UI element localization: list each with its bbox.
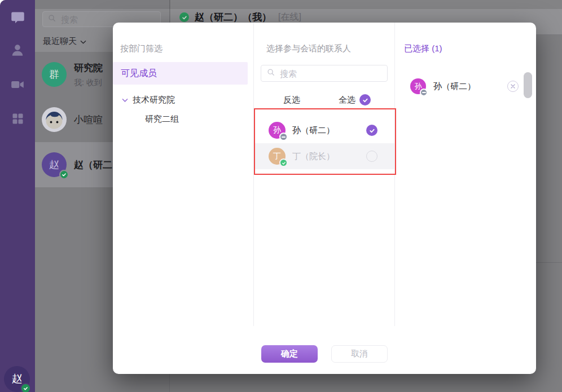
cancel-button[interactable]: 取消: [331, 345, 388, 363]
department-tree-root[interactable]: 技术研究院: [122, 94, 253, 105]
contacts-nav-button[interactable]: [0, 41, 35, 61]
invert-selection-button[interactable]: 反选: [283, 95, 300, 105]
contact-picker-panel: 选择参与会话的联系人 反选 全选: [254, 23, 395, 326]
online-status-badge: [20, 383, 31, 392]
department-tree-child[interactable]: 研究二组: [145, 113, 253, 125]
scrollbar-thumb[interactable]: [524, 72, 532, 98]
contact-name: 丁（院长）: [292, 151, 335, 162]
contact-search-box[interactable]: [261, 65, 388, 82]
group-avatar-text: 群: [49, 68, 59, 81]
chevron-down-icon: [80, 37, 86, 46]
busy-status-badge: [279, 133, 288, 141]
contact-name: 孙（研二）: [292, 125, 335, 136]
contact-list: 孙 孙（研二） 丁: [254, 117, 394, 169]
selected-contacts-panel: 已选择 (1) 孙 孙（研二）: [395, 23, 536, 326]
contact-row-sun[interactable]: 孙 孙（研二）: [254, 117, 394, 143]
selected-panel-title: 已选择 (1): [404, 43, 536, 54]
chat-name: 小喧喧: [74, 113, 103, 126]
recent-chats-label: 最近聊天: [43, 36, 77, 47]
online-status-badge: [279, 158, 288, 167]
chats-nav-button[interactable]: [0, 8, 35, 29]
dialog-footer: 确定 取消: [113, 326, 536, 374]
sun-avatar: 孙: [269, 122, 286, 139]
person-icon: [10, 43, 25, 60]
group-avatar: 群: [42, 62, 67, 87]
search-icon: [267, 68, 275, 78]
picker-panel-title: 选择参与会话的联系人: [266, 43, 394, 54]
online-status-badge: [59, 170, 69, 179]
contact-search-input[interactable]: [279, 68, 387, 79]
department-filter-panel: 按部门筛选 可见成员 技术研究院 研究二组: [113, 23, 254, 326]
filter-panel-title: 按部门筛选: [120, 43, 253, 54]
my-avatar[interactable]: 赵: [4, 366, 30, 392]
contact-row-ding: 丁 丁（院长）: [254, 143, 394, 169]
chat-preview: 我: 收到: [74, 78, 103, 88]
confirm-button[interactable]: 确定: [261, 345, 318, 363]
apps-nav-button[interactable]: [0, 109, 35, 130]
selection-actions-row: 反选 全选: [254, 94, 394, 105]
visible-members-filter[interactable]: 可见成员: [113, 62, 248, 85]
chevron-down-icon: [122, 94, 128, 105]
contact-checkbox-checked[interactable]: [366, 125, 377, 136]
grid-icon: [11, 112, 24, 127]
zhao-avatar-text: 赵: [49, 158, 59, 171]
remove-selected-button[interactable]: [507, 81, 519, 92]
chat-bubble-icon: [10, 10, 25, 28]
search-icon: [48, 14, 56, 24]
ding-avatar: 丁: [269, 148, 286, 165]
online-check-icon: [179, 12, 189, 22]
online-status-text: [在线]: [278, 11, 301, 23]
recent-chats-section[interactable]: 最近聊天: [43, 35, 86, 47]
meetings-nav-button[interactable]: [0, 76, 35, 96]
contact-picker-dialog: 按部门筛选 可见成员 技术研究院 研究二组 选择参与会话的联系人: [113, 23, 536, 374]
app-window: 赵 最近聊天 群 研究院 我: [0, 0, 562, 392]
selected-contact-name: 孙（研二）: [433, 81, 476, 92]
zhao-avatar: 赵: [42, 152, 67, 177]
cartoon-face-avatar: [42, 107, 67, 132]
sun-avatar: 孙: [410, 78, 426, 94]
my-avatar-initial: 赵: [12, 372, 23, 386]
select-all-label: 全选: [339, 95, 355, 105]
chat-name: 研究院: [74, 61, 103, 74]
busy-status-badge: [420, 89, 428, 96]
conversation-title: 赵（研二）（我）: [195, 11, 271, 24]
department-root-label: 技术研究院: [133, 94, 175, 105]
video-camera-icon: [10, 77, 25, 94]
nav-rail: 赵: [0, 0, 35, 392]
contact-checkbox-unchecked: [366, 151, 377, 162]
selected-contact-item: 孙 孙（研二）: [395, 78, 536, 95]
select-all-checkbox[interactable]: [359, 94, 371, 105]
